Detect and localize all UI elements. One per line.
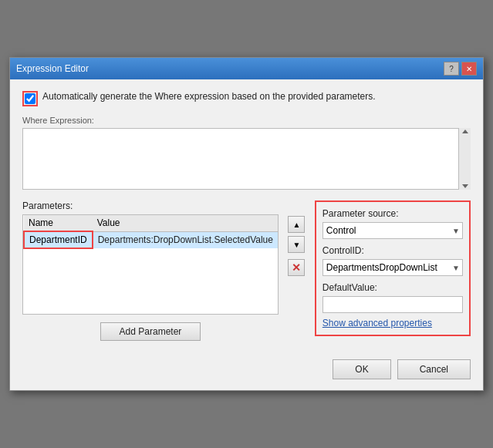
default-value-input[interactable] xyxy=(322,296,463,313)
title-bar: Expression Editor ? ✕ xyxy=(10,58,483,79)
scroll-up-icon[interactable] xyxy=(462,130,468,133)
where-expression-input[interactable] xyxy=(23,129,470,189)
params-table: Name Value DepartmentID Departments:Drop… xyxy=(23,215,278,249)
params-table-container: Name Value DepartmentID Departments:Drop… xyxy=(22,214,279,315)
show-advanced-link[interactable]: Show advanced properties xyxy=(322,318,432,328)
col-name-header: Name xyxy=(24,215,93,231)
checkbox-wrapper xyxy=(22,91,38,106)
add-param-row: Add Parameter xyxy=(22,322,279,341)
down-arrow-icon: ▼ xyxy=(292,241,300,249)
parameters-panel: Parameters: Name Value Depart xyxy=(22,200,279,341)
move-down-button[interactable]: ▼ xyxy=(288,236,305,253)
scroll-down-icon[interactable] xyxy=(462,184,468,188)
help-button[interactable]: ? xyxy=(444,62,459,76)
where-expression-label: Where Expression: xyxy=(22,116,471,125)
dialog-content: Automatically generate the Where express… xyxy=(10,79,483,352)
parameter-source-select[interactable]: Control Session QueryString xyxy=(322,222,463,239)
title-bar-buttons: ? ✕ xyxy=(444,62,477,76)
param-value-cell: Departments:DropDownList.SelectedValue xyxy=(93,231,278,248)
move-up-button[interactable]: ▲ xyxy=(288,216,305,233)
arrows-panel: ▲ ▼ ✕ xyxy=(286,200,307,276)
ok-button[interactable]: OK xyxy=(333,359,390,379)
expression-container xyxy=(22,128,471,190)
expression-editor-dialog: Expression Editor ? ✕ Automatically gene… xyxy=(9,57,484,391)
delete-icon: ✕ xyxy=(292,262,301,273)
dialog-title: Expression Editor xyxy=(16,63,89,74)
controlid-select[interactable]: DepartmentsDropDownList xyxy=(322,259,463,276)
col-value-header: Value xyxy=(93,215,278,231)
close-button[interactable]: ✕ xyxy=(461,62,477,76)
auto-generate-row: Automatically generate the Where express… xyxy=(22,90,471,106)
parameters-label: Parameters: xyxy=(22,200,279,211)
cancel-button[interactable]: Cancel xyxy=(397,359,471,379)
parameter-source-dropdown-wrapper: Control Session QueryString ▼ xyxy=(322,222,463,239)
table-row[interactable]: DepartmentID Departments:DropDownList.Se… xyxy=(24,231,278,248)
auto-generate-label: Automatically generate the Where express… xyxy=(42,90,376,103)
controlid-label: ControlID: xyxy=(322,245,463,256)
scrollbar[interactable] xyxy=(458,128,471,190)
dialog-footer: OK Cancel xyxy=(10,352,483,390)
default-value-label: DefaultValue: xyxy=(322,282,463,293)
right-panel: Parameter source: Control Session QueryS… xyxy=(315,200,471,336)
up-arrow-icon: ▲ xyxy=(292,221,300,229)
delete-button[interactable]: ✕ xyxy=(288,259,305,276)
parameter-source-label: Parameter source: xyxy=(322,208,463,219)
bottom-section: Parameters: Name Value Depart xyxy=(22,200,471,341)
controlid-dropdown-wrapper: DepartmentsDropDownList ▼ xyxy=(322,259,463,276)
add-parameter-button[interactable]: Add Parameter xyxy=(100,322,201,341)
param-name-cell: DepartmentID xyxy=(24,231,93,248)
auto-generate-checkbox[interactable] xyxy=(25,93,35,104)
